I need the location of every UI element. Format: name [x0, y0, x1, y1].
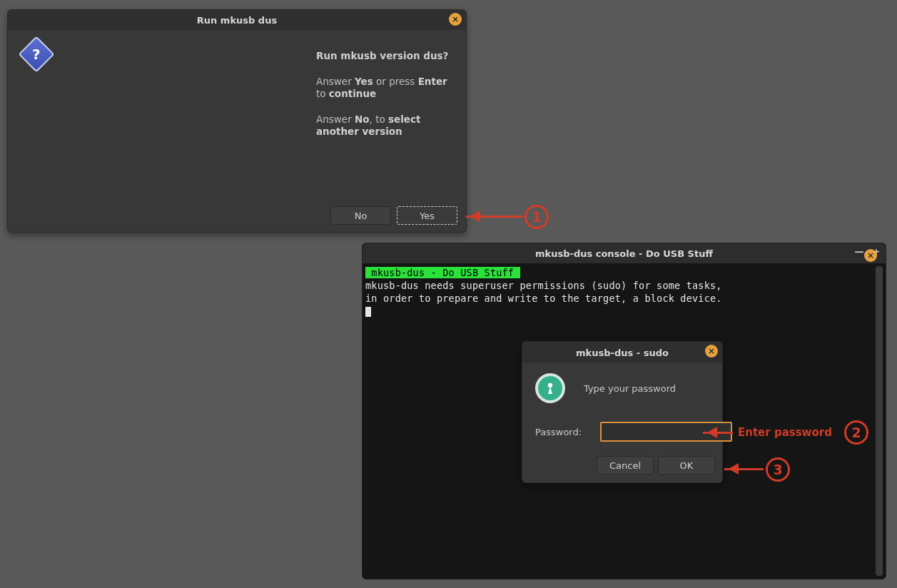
console-titlebar: mkusb-dus console - Do USB Stuff — + × [363, 243, 886, 263]
terminal-cursor [365, 307, 371, 317]
question-icon: ? [19, 36, 55, 73]
dialog-title: Run mkusb dus [197, 15, 277, 26]
dialog-line-no: Answer No, to select another version [316, 113, 452, 138]
terminal-line: in order to prepare and write to the tar… [365, 293, 722, 304]
password-label: Password: [535, 427, 582, 437]
dialog-titlebar: Run mkusb dus × [8, 10, 466, 30]
annotation-step-2: 2 [844, 420, 868, 445]
password-dialog-titlebar: mkusb-dus - sudo × [522, 342, 722, 363]
keyhole-icon [535, 373, 565, 403]
password-dialog-title: mkusb-dus - sudo [576, 348, 669, 358]
annotation-enter-password: Enter password [738, 426, 832, 439]
ok-button[interactable]: OK [658, 456, 715, 475]
cancel-button[interactable]: Cancel [597, 456, 654, 475]
dialog-question: Run mkusb version dus? [316, 50, 448, 61]
close-icon[interactable]: × [705, 345, 718, 358]
console-title: mkusb-dus console - Do USB Stuff [535, 248, 713, 259]
scrollbar[interactable] [876, 266, 883, 576]
annotation-step-3: 3 [766, 457, 790, 482]
terminal-line: mkusb-dus needs superuser permissions (s… [365, 280, 722, 291]
terminal-banner: mkusb-dus - Do USB Stuff [365, 267, 520, 278]
annotation-arrow-1 [466, 216, 523, 218]
terminal-output: mkusb-dus - Do USB Stuff mkusb-dus needs… [363, 263, 886, 320]
minimize-icon[interactable]: — [854, 246, 864, 257]
run-mkusb-dialog: Run mkusb dus × ? Run mkusb version dus?… [7, 9, 467, 233]
password-prompt: Type your password [584, 383, 676, 394]
dialog-line-yes: Answer Yes or press Enter to continue [316, 76, 452, 101]
yes-button[interactable]: Yes [397, 206, 457, 225]
annotation-step-1: 1 [524, 205, 549, 229]
sudo-password-dialog: mkusb-dus - sudo × Type your password Pa… [522, 341, 723, 483]
close-icon[interactable]: × [449, 13, 462, 26]
annotation-arrow-3 [724, 468, 764, 470]
close-icon[interactable]: × [864, 249, 877, 262]
annotation-arrow-2 [703, 432, 733, 434]
no-button[interactable]: No [330, 206, 391, 225]
